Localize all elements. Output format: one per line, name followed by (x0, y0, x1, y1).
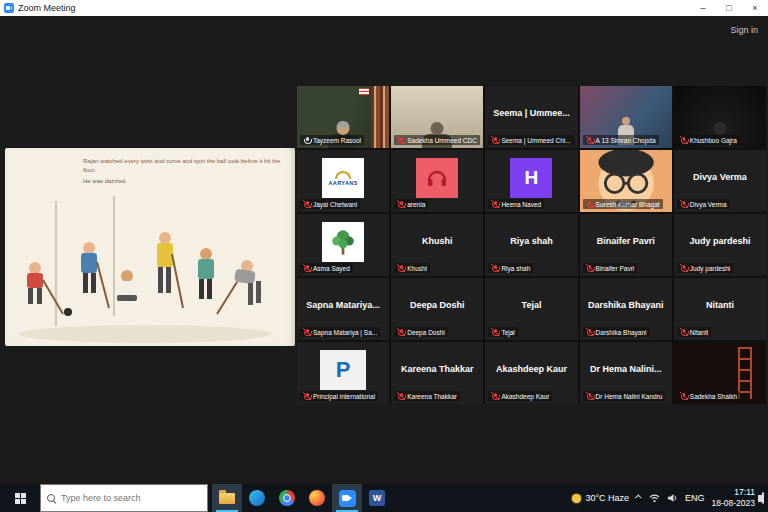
minimize-button[interactable]: – (690, 0, 716, 16)
participant-gallery: Tayzeem Rasool Sadekha Ummeed CDC Seema … (297, 86, 766, 404)
participant-tile-sadekha-shaikh[interactable]: Sadekha Shaikh (674, 342, 766, 404)
participant-tile-deepa-doshi[interactable]: Deepa Doshi Deepa Doshi (391, 278, 483, 340)
taskbar-search[interactable] (40, 484, 208, 512)
clock[interactable]: 17:11 18-08-2023 (712, 487, 755, 508)
windows-taskbar: 30°C Haze ENG 17:11 18-08-2023 (0, 484, 768, 512)
initial-avatar: H (510, 158, 552, 198)
muted-mic-icon (680, 392, 688, 400)
participant-name-label: Suresh Kumar Bhagat (583, 199, 663, 209)
participant-name-label: Riya shah (488, 263, 533, 273)
participant-tile-tejal[interactable]: Tejal Tejal (485, 278, 577, 340)
participant-name-label: arenia (394, 199, 428, 209)
participant-tile-binaifer-pavri[interactable]: Binaifer Pavri Binaifer Pavri (580, 214, 672, 276)
zoom-taskbar-button[interactable] (332, 484, 362, 512)
muted-mic-icon (397, 200, 405, 208)
participant-display-name: Sapna Matariya... (297, 278, 389, 332)
participant-tile-judy-pardeshi[interactable]: Judy pardeshi Judy pardeshi (674, 214, 766, 276)
edge-icon (249, 490, 265, 506)
participant-display-name: Binaifer Pavri (580, 214, 672, 268)
participant-tile-divya-verma[interactable]: Divya Verma Divya Verma (674, 150, 766, 212)
firefox-button[interactable] (302, 484, 332, 512)
edge-button[interactable] (242, 484, 272, 512)
participant-name-label: Tejal (488, 327, 517, 337)
wifi-button[interactable] (649, 493, 660, 503)
participant-tile-dr-hema-nalini[interactable]: Dr Hema Nalini... Dr Hema Nalini Kandru (580, 342, 672, 404)
language-indicator[interactable]: ENG (685, 493, 705, 503)
participant-tile-khushboo-gajra[interactable]: Khushboo Gajra (674, 86, 766, 148)
system-tray: 30°C Haze ENG 17:11 18-08-2023 (572, 484, 768, 512)
word-icon (369, 490, 385, 506)
participant-tile-kareena-thakkar[interactable]: Kareena Thakkar Kareena Thakkar (391, 342, 483, 404)
participant-tile-sadekha-ummeed[interactable]: Sadekha Ummeed CDC (391, 86, 483, 148)
participant-name-label: Sapna Matariya | Sa... (300, 327, 380, 337)
participant-tile-asma-sayed[interactable]: Asma Sayed (297, 214, 389, 276)
sun-icon (572, 494, 581, 503)
weather-widget[interactable]: 30°C Haze (572, 493, 629, 503)
ladder (738, 347, 752, 399)
bookshelf (371, 86, 389, 148)
volume-button[interactable] (667, 493, 678, 503)
action-center-button[interactable] (762, 493, 764, 503)
folder-icon (219, 493, 235, 504)
notification-icon (762, 492, 764, 504)
chrome-button[interactable] (272, 484, 302, 512)
participant-tile-principal-international[interactable]: P Principal international (297, 342, 389, 404)
windows-logo-icon (15, 493, 26, 504)
participant-display-name: Khushi (391, 214, 483, 268)
headphones-avatar (416, 158, 458, 198)
participant-tile-seema[interactable]: Seema | Ummee... Seema | Ummeed Chi... (485, 86, 577, 148)
participant-name-label: Tayzeem Rasool (300, 135, 364, 145)
participant-display-name: Divya Verma (674, 150, 766, 204)
chevron-up-icon[interactable] (634, 494, 642, 502)
participant-tile-riya-shah[interactable]: Riya shah Riya shah (485, 214, 577, 276)
participant-tile-sapna-matariya[interactable]: Sapna Matariya... Sapna Matariya | Sa... (297, 278, 389, 340)
participant-name-label: Darshika Bhayani (583, 327, 650, 337)
participant-name-label: Khushi (394, 263, 430, 273)
participant-tile-tayzeem-rasool[interactable]: Tayzeem Rasool (297, 86, 389, 148)
muted-mic-icon (303, 328, 311, 336)
participant-tile-simran-chopda[interactable]: A 13 Simran Chopda (580, 86, 672, 148)
maximize-button[interactable]: □ (716, 0, 742, 16)
participant-display-name: Seema | Ummee... (485, 86, 577, 140)
participant-display-name: Riya shah (485, 214, 577, 268)
participant-display-name: Darshika Bhayani (580, 278, 672, 332)
participant-tile-akashdeep-kaur[interactable]: Akashdeep Kaur Akashdeep Kaur (485, 342, 577, 404)
participant-name-text: Tejal (501, 329, 514, 336)
participant-tile-khushi[interactable]: Khushi Khushi (391, 214, 483, 276)
file-explorer-button[interactable] (212, 484, 242, 512)
tree-icon (325, 224, 361, 260)
close-button[interactable]: × (742, 0, 768, 16)
search-input[interactable] (61, 493, 191, 503)
participant-display-name: Nitanti (674, 278, 766, 332)
participant-name-text: Riya shah (501, 265, 530, 272)
start-button[interactable] (0, 484, 40, 512)
search-icon (47, 494, 56, 503)
participant-tile-arenia[interactable]: arenia (391, 150, 483, 212)
muted-mic-icon (586, 328, 594, 336)
muted-mic-icon (397, 136, 405, 144)
muted-mic-icon (397, 264, 405, 272)
participant-name-text: Dr Hema Nalini Kandru (596, 393, 663, 400)
participant-name-text: Jayai Chetwani (313, 201, 357, 208)
word-button[interactable] (362, 484, 392, 512)
participant-name-text: Judy pardeshi (690, 265, 730, 272)
participant-tile-nitanti[interactable]: Nitanti Nitanti (674, 278, 766, 340)
storybook-page: Rajan watched every twist and curve and … (5, 148, 295, 346)
laurel-icon (335, 171, 351, 179)
sign-in-link[interactable]: Sign in (730, 25, 758, 35)
meeting-area: Sign in Rajan watched every twist and cu… (0, 16, 768, 484)
mic-icon (303, 136, 311, 144)
participant-name-label: Kareena Thakkar (394, 391, 460, 401)
participant-name-label: Nitanti (677, 327, 711, 337)
participant-tile-suresh-bhagat[interactable]: Suresh Kumar Bhagat (580, 150, 672, 212)
storybook-line-1: Rajan watched every twist and curve and … (83, 157, 281, 176)
weather-text: 30°C Haze (585, 493, 629, 503)
participant-name-label: A 13 Simran Chopda (583, 135, 659, 145)
participant-tile-jayai-chetwani[interactable]: AARYANS Jayai Chetwani (297, 150, 389, 212)
muted-mic-icon (491, 264, 499, 272)
muted-mic-icon (491, 136, 499, 144)
participant-tile-darshika-bhayani[interactable]: Darshika Bhayani Darshika Bhayani (580, 278, 672, 340)
participant-tile-heena-naved[interactable]: H Heena Naved (485, 150, 577, 212)
participant-name-text: Akashdeep Kaur (501, 393, 549, 400)
tree-logo (322, 222, 364, 262)
